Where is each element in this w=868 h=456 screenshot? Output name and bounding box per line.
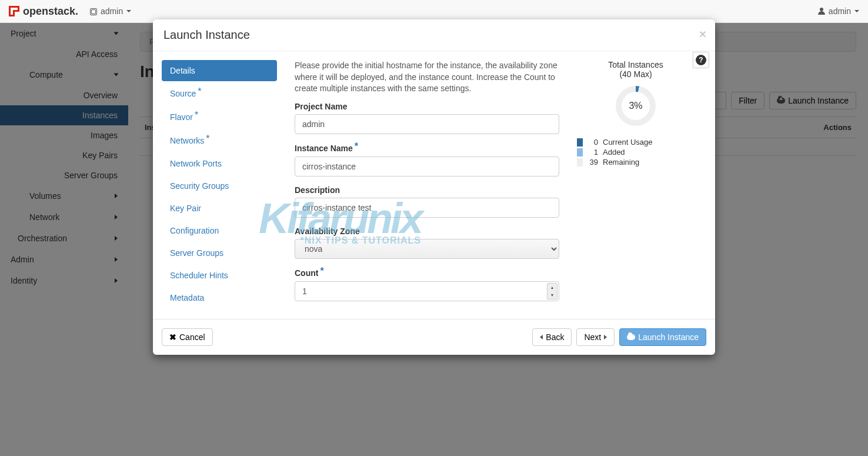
wizard-step-scheduler-hints[interactable]: Scheduler Hints — [162, 265, 277, 286]
wizard-step-source[interactable]: Source* — [162, 82, 277, 105]
close-button[interactable]: × — [699, 27, 706, 41]
openstack-logo-icon — [9, 6, 19, 16]
wizard-step-network-ports[interactable]: Network Ports — [162, 153, 277, 174]
legend-row-added: 1Added — [577, 148, 695, 157]
wizard-nav: Details Source* Flavor* Networks* Networ… — [153, 51, 286, 319]
chevron-left-icon — [540, 335, 543, 339]
instance-name-input[interactable] — [295, 157, 559, 177]
brand-text: openstack. — [23, 5, 78, 18]
description-label: Description — [295, 185, 559, 195]
wizard-step-networks[interactable]: Networks* — [162, 129, 277, 152]
project-dropdown-label: admin — [101, 6, 123, 16]
quota-max: (40 Max) — [577, 69, 695, 79]
user-icon — [818, 8, 825, 15]
caret-down-icon — [126, 10, 131, 12]
help-toggle-button[interactable]: ? — [693, 52, 709, 68]
description-input[interactable] — [295, 198, 559, 218]
project-icon — [90, 8, 97, 15]
wizard-step-metadata[interactable]: Metadata — [162, 287, 277, 308]
wizard-step-server-groups[interactable]: Server Groups — [162, 242, 277, 264]
availability-zone-label: Availability Zone — [295, 227, 559, 236]
user-dropdown-label: admin — [829, 6, 851, 16]
cloud-upload-icon — [627, 334, 635, 340]
wizard-step-details[interactable]: Details — [162, 60, 277, 81]
cancel-button[interactable]: ✖ Cancel — [162, 328, 213, 346]
wizard-step-configuration[interactable]: Configuration — [162, 220, 277, 241]
modal-title: Launch Instance — [163, 28, 705, 42]
back-button[interactable]: Back — [532, 328, 572, 346]
close-icon: ✖ — [169, 332, 176, 342]
wizard-step-security-groups[interactable]: Security Groups — [162, 175, 277, 197]
count-spinner[interactable]: ▲▼ — [547, 283, 557, 299]
legend-row-remaining: 39Remaining — [577, 158, 695, 167]
quota-title: Total Instances — [577, 60, 695, 69]
legend-row-current: 0Current Usage — [577, 138, 695, 147]
project-dropdown[interactable]: admin — [90, 6, 131, 16]
wizard-step-key-pair[interactable]: Key Pair — [162, 198, 277, 219]
availability-zone-select[interactable]: nova — [295, 239, 559, 259]
launch-button[interactable]: Launch Instance — [619, 328, 706, 346]
caret-down-icon — [854, 10, 859, 12]
chevron-right-icon — [604, 335, 607, 339]
next-button[interactable]: Next — [576, 328, 615, 346]
instance-name-label: Instance Name* — [295, 143, 559, 154]
step-description: Please provide the initial hostname for … — [295, 60, 559, 95]
count-label: Count* — [295, 268, 559, 278]
project-name-label: Project Name — [295, 102, 559, 111]
quota-percent: 3% — [616, 86, 656, 126]
quota-donut-chart: 3% — [616, 86, 656, 126]
brand-logo[interactable]: openstack. — [9, 5, 78, 18]
launch-instance-modal: Launch Instance × Details Source* Flavor… — [153, 19, 715, 355]
project-name-input[interactable] — [295, 114, 559, 134]
quota-panel: Total Instances (40 Max) 3% 0Current Usa… — [577, 60, 695, 310]
count-input[interactable] — [295, 281, 559, 301]
user-dropdown[interactable]: admin — [818, 6, 859, 16]
question-icon: ? — [696, 55, 706, 65]
wizard-step-flavor[interactable]: Flavor* — [162, 106, 277, 128]
